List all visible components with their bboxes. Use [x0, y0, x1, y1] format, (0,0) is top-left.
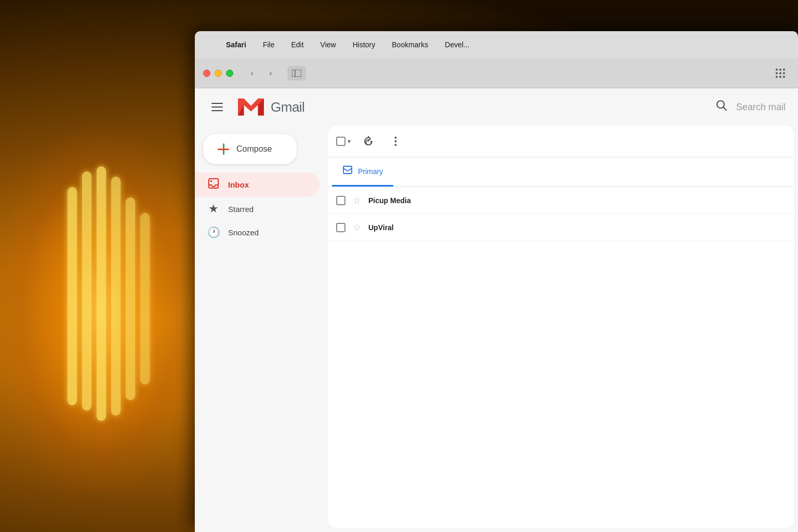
hamburger-line-icon [211, 103, 223, 104]
email-sender: Picup Media [368, 196, 441, 205]
search-icon [715, 99, 728, 115]
search-area: Search mail [715, 99, 786, 115]
grid-dots-icon [776, 69, 785, 78]
forward-button[interactable]: › [262, 66, 279, 81]
email-checkbox[interactable] [336, 196, 345, 205]
compose-label: Compose [236, 144, 272, 154]
primary-tab-label: Primary [358, 167, 383, 176]
sidebar-item-inbox[interactable]: Inbox [195, 172, 320, 197]
gmail-header: Gmail Search mail [195, 88, 798, 126]
starred-label: Starred [228, 205, 254, 214]
refresh-icon [363, 136, 374, 147]
svg-rect-9 [343, 166, 352, 174]
svg-point-7 [394, 140, 396, 142]
email-list: ☆ Picup Media ☆ UpViral [328, 187, 794, 528]
sidebar-toggle-icon [292, 70, 301, 77]
menu-file[interactable]: File [263, 41, 275, 49]
nav-buttons: ‹ › [244, 66, 279, 81]
sidebar-item-snoozed[interactable]: 🕐 Snoozed [195, 221, 320, 244]
more-options-button[interactable] [386, 132, 405, 151]
hamburger-menu-button[interactable] [207, 97, 228, 117]
apps-grid-button[interactable] [771, 66, 790, 81]
svg-point-8 [394, 144, 396, 146]
star-button[interactable]: ☆ [353, 222, 361, 233]
email-row[interactable]: ☆ UpViral [328, 214, 794, 241]
menu-edit[interactable]: Edit [291, 41, 303, 49]
gmail-content: Gmail Search mail [195, 88, 798, 532]
more-options-icon [394, 136, 397, 147]
svg-point-6 [394, 137, 396, 139]
minimize-button[interactable] [215, 70, 222, 77]
maximize-button[interactable] [226, 70, 233, 77]
browser-chrome: ‹ › [195, 58, 798, 88]
back-button[interactable]: ‹ [244, 66, 260, 81]
gmail-toolbar: ▾ [328, 126, 794, 157]
tab-primary[interactable]: Primary [332, 157, 393, 187]
svg-rect-5 [210, 180, 212, 182]
menu-bookmarks[interactable]: Bookmarks [392, 41, 428, 49]
email-row[interactable]: ☆ Picup Media [328, 187, 794, 214]
traffic-lights [203, 70, 233, 77]
hamburger-line-icon [211, 107, 223, 108]
snoozed-label: Snoozed [228, 228, 259, 237]
email-checkbox[interactable] [336, 223, 345, 232]
gmail-sidebar: Compose Inbox ★ Starred [195, 126, 328, 532]
gmail-body: Compose Inbox ★ Starred [195, 126, 798, 532]
menu-history[interactable]: History [353, 41, 376, 49]
refresh-button[interactable] [359, 132, 378, 151]
bulb-stripes [62, 166, 156, 426]
inbox-icon [207, 178, 220, 192]
gmail-right-panel: ▾ [328, 126, 794, 528]
star-button[interactable]: ☆ [353, 195, 361, 206]
menu-safari[interactable]: Safari [226, 41, 246, 49]
category-tabs: Primary [328, 157, 794, 187]
email-sender: UpViral [368, 223, 441, 232]
select-all-area[interactable]: ▾ [336, 137, 351, 146]
select-dropdown-arrow-icon[interactable]: ▾ [348, 138, 351, 145]
star-icon: ★ [207, 202, 220, 216]
snoozed-icon: 🕐 [207, 226, 220, 238]
primary-tab-icon [342, 165, 353, 178]
mac-frame: Safari File Edit View History Bookmarks … [195, 31, 798, 532]
select-all-checkbox[interactable] [336, 137, 345, 146]
gmail-m-logo-icon [236, 96, 265, 118]
svg-line-3 [723, 108, 726, 111]
hamburger-line-icon [211, 110, 223, 111]
compose-button[interactable]: Compose [203, 134, 297, 164]
sidebar-item-starred[interactable]: ★ Starred [195, 197, 320, 221]
menu-develop[interactable]: Devel... [445, 41, 469, 49]
sidebar-toggle-button[interactable] [287, 66, 306, 81]
gmail-logo-area: Gmail [236, 96, 715, 118]
svg-rect-0 [292, 70, 301, 77]
compose-plus-icon [218, 143, 229, 155]
inbox-label: Inbox [228, 180, 249, 189]
mac-menubar: Safari File Edit View History Bookmarks … [195, 31, 798, 58]
search-placeholder[interactable]: Search mail [736, 102, 786, 113]
close-button[interactable] [203, 70, 210, 77]
gmail-wordmark: Gmail [271, 99, 304, 115]
menu-view[interactable]: View [321, 41, 336, 49]
